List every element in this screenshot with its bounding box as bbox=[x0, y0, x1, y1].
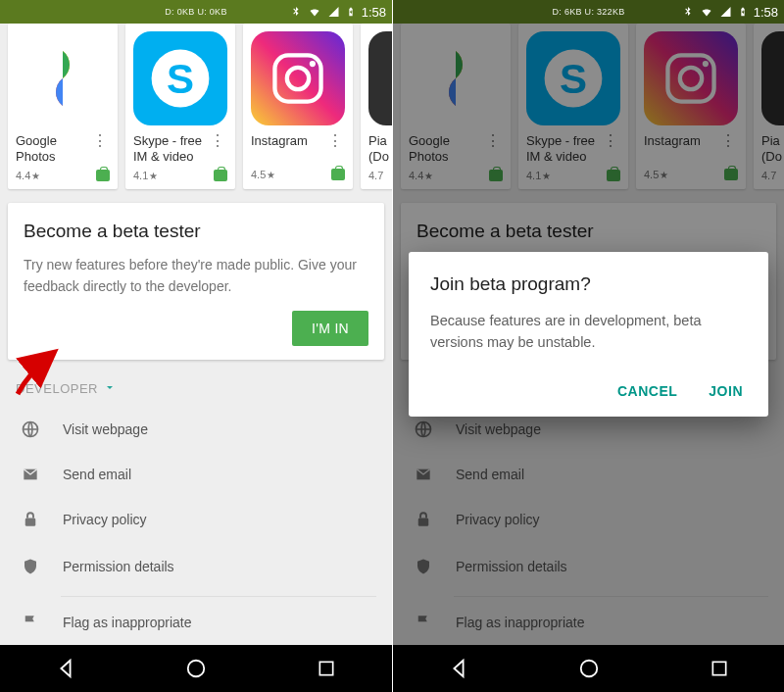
wifi-icon bbox=[700, 6, 713, 18]
beta-tester-card: Become a beta tester Try new features be… bbox=[8, 203, 384, 361]
app-title: Google Photos bbox=[16, 133, 90, 166]
signal-icon bbox=[719, 6, 732, 18]
dev-item-label: Flag as inappropriate bbox=[63, 615, 192, 630]
more-icon[interactable]: ⋮ bbox=[325, 133, 345, 149]
flag-inappropriate-item[interactable]: Flag as inappropriate bbox=[16, 599, 376, 645]
lock-icon bbox=[20, 510, 41, 529]
clock: 1:58 bbox=[754, 5, 778, 20]
app-title: Skype - free IM & video bbox=[133, 133, 208, 166]
app-rating: 4.5 bbox=[251, 169, 275, 180]
app-card-google-photos[interactable]: Google Photos ⋮ 4.4 bbox=[8, 24, 118, 189]
developer-section: DEVELOPER Visit webpage Send email Priva… bbox=[0, 381, 392, 645]
beta-title: Become a beta tester bbox=[24, 221, 368, 242]
clock: 1:58 bbox=[362, 5, 386, 20]
dialog-text: Because features are in development, bet… bbox=[430, 311, 747, 354]
email-icon bbox=[20, 467, 41, 482]
svg-point-16 bbox=[580, 661, 597, 677]
svg-point-3 bbox=[287, 68, 309, 89]
flag-icon bbox=[20, 613, 41, 632]
recents-button[interactable] bbox=[314, 656, 339, 681]
skype-icon: S bbox=[133, 31, 227, 125]
navigation-bar bbox=[393, 645, 784, 692]
family-badge-icon bbox=[214, 170, 227, 181]
im-in-button[interactable]: I'M IN bbox=[292, 311, 368, 346]
battery-icon bbox=[738, 5, 748, 19]
instagram-icon bbox=[251, 31, 345, 125]
join-button[interactable]: JOIN bbox=[705, 375, 747, 407]
svg-point-4 bbox=[310, 61, 316, 67]
page-content: Google Photos⋮ 4.4 S Skype - free IM & v… bbox=[393, 24, 784, 645]
dev-item-label: Send email bbox=[63, 467, 131, 482]
app-card-partial[interactable]: Pia(Do 4.7 bbox=[361, 24, 392, 189]
svg-rect-17 bbox=[712, 662, 725, 674]
battery-icon bbox=[346, 5, 356, 19]
send-email-item[interactable]: Send email bbox=[16, 453, 376, 496]
back-button[interactable] bbox=[446, 656, 471, 681]
dev-item-label: Visit webpage bbox=[63, 421, 148, 437]
dialog-scrim[interactable]: Join beta program? Because features are … bbox=[393, 24, 784, 645]
shield-icon bbox=[20, 557, 41, 576]
wifi-icon bbox=[308, 6, 321, 18]
app-rating: 4.1 bbox=[133, 170, 158, 181]
family-badge-icon bbox=[331, 169, 345, 180]
network-stats: D: 6KB U: 322KB bbox=[552, 7, 624, 17]
developer-header[interactable]: DEVELOPER bbox=[16, 381, 376, 396]
privacy-policy-item[interactable]: Privacy policy bbox=[16, 496, 376, 543]
permission-details-item[interactable]: Permission details bbox=[16, 543, 376, 590]
family-badge-icon bbox=[96, 170, 110, 181]
network-stats: D: 0KB U: 0KB bbox=[165, 7, 226, 17]
home-button[interactable] bbox=[576, 656, 602, 681]
bluetooth-icon bbox=[290, 5, 302, 19]
navigation-bar bbox=[0, 645, 392, 692]
recents-button[interactable] bbox=[707, 656, 732, 681]
app-card-instagram[interactable]: Instagram ⋮ 4.5 bbox=[243, 24, 353, 189]
svg-text:S: S bbox=[167, 56, 194, 102]
dev-item-label: Permission details bbox=[63, 559, 174, 574]
app-card-skype[interactable]: S Skype - free IM & video ⋮ 4.1 bbox=[125, 24, 235, 189]
more-icon[interactable]: ⋮ bbox=[208, 133, 227, 149]
svg-point-7 bbox=[188, 661, 205, 677]
screenshot-left: D: 0KB U: 0KB 1:58 Google Photos ⋮ 4.4 bbox=[0, 0, 392, 692]
page-content: Google Photos ⋮ 4.4 S Skype - free IM & … bbox=[0, 24, 392, 645]
join-beta-dialog: Join beta program? Because features are … bbox=[409, 252, 768, 417]
cancel-button[interactable]: CANCEL bbox=[613, 375, 681, 407]
status-bar: D: 6KB U: 322KB 1:58 bbox=[393, 0, 784, 24]
signal-icon bbox=[327, 6, 340, 18]
screenshot-right: D: 6KB U: 322KB 1:58 Google Photos⋮ 4.4 … bbox=[392, 0, 784, 692]
similar-apps-row[interactable]: Google Photos ⋮ 4.4 S Skype - free IM & … bbox=[0, 24, 392, 189]
visit-webpage-item[interactable]: Visit webpage bbox=[16, 406, 376, 453]
back-button[interactable] bbox=[53, 656, 78, 681]
home-button[interactable] bbox=[183, 656, 209, 681]
divider bbox=[61, 596, 376, 597]
dev-item-label: Privacy policy bbox=[63, 512, 147, 527]
google-photos-icon bbox=[16, 31, 110, 125]
status-bar: D: 0KB U: 0KB 1:58 bbox=[0, 0, 392, 24]
app-icon bbox=[368, 31, 392, 125]
app-rating: 4.4 bbox=[16, 170, 40, 181]
app-rating: 4.7 bbox=[368, 170, 383, 181]
more-icon[interactable]: ⋮ bbox=[90, 133, 110, 149]
svg-rect-6 bbox=[25, 519, 36, 526]
app-title: Instagram bbox=[251, 133, 308, 165]
app-title: Pia(Do bbox=[368, 133, 389, 166]
svg-rect-8 bbox=[320, 662, 333, 674]
chevron-down-icon bbox=[104, 381, 116, 396]
dialog-title: Join beta program? bbox=[430, 273, 747, 295]
globe-icon bbox=[20, 420, 41, 439]
beta-description: Try new features before they're made pub… bbox=[24, 254, 368, 298]
bluetooth-icon bbox=[682, 5, 694, 19]
